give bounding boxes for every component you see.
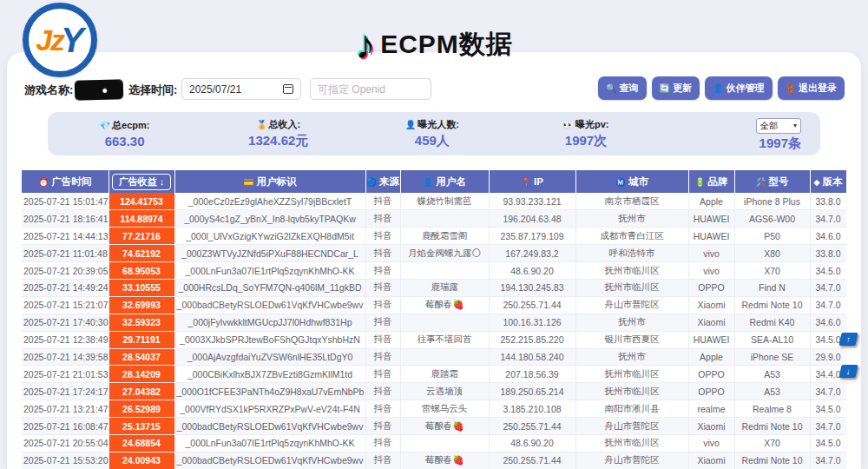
cell-revenue: 28.14209 (108, 366, 174, 383)
cell-version: 29.9.0 (810, 348, 846, 366)
stat-exposure-pv: 👀曝光pv: 1997次 (509, 118, 662, 149)
table-row: 2025-07-21 11:01:4874.62192_000Z3WTVyJZN… (22, 245, 846, 262)
stat-exposure-users-value: 459人 (355, 133, 509, 149)
stat-total-revenue-label: 总收入: (269, 119, 301, 129)
scroll-bottom-button[interactable]: ↓ (838, 365, 858, 378)
cell-version: 33.8.0 (810, 193, 846, 210)
cell-openid: _000badCBetyRSLOEDw61VqKfVHCwbe9wv (174, 452, 365, 469)
cell-ip: 207.18.56.39 (489, 366, 575, 383)
stat-total-revenue: 🏅总收入: 1324.62元 (201, 118, 355, 149)
cell-city: 舟山市普陀区 (575, 296, 688, 314)
battery-icon: 🔋 (695, 177, 706, 187)
table-row: 2025-07-21 12:38:4929.71191_0003XJkbSPRJ… (22, 331, 846, 348)
revenue-sort-button[interactable]: 广告收益 ↓ (112, 174, 172, 190)
cell-model: A53 (734, 366, 810, 383)
stat-exposure-users: 👤曝光人数: 459人 (355, 118, 509, 149)
cell-username (400, 348, 489, 366)
id-card-icon: 💳 (244, 177, 254, 187)
col-ip: 📍IP (489, 170, 575, 193)
cell-source: 抖音 (365, 418, 400, 435)
logout-button[interactable]: 🚪 退出登录 (778, 76, 845, 100)
cell-openid: _000CBiKxlhxBJX7ZBvEzti8GzmKllM1td (174, 366, 365, 383)
scroll-top-button[interactable]: ↑ (838, 333, 858, 346)
cell-ip: 250.255.71.44 (489, 296, 575, 314)
cell-version: 33.8.0 (810, 245, 846, 262)
cell-time: 2025-07-21 17:24:17 (22, 383, 108, 400)
table-row: 2025-07-21 14:44:1377.21716_000l_UlVxGzi… (22, 228, 846, 245)
refresh-icon: 🔄 (660, 84, 670, 93)
cell-time: 2025-07-21 21:01:53 (22, 366, 108, 383)
data-table-wrap: ⏰广告时间 广告收益 ↓ 💳用户标识 🔵来源 👤用户名 📍IP Ⓜ️城市 🔋品牌… (22, 170, 846, 469)
cell-model: X70 (734, 262, 810, 280)
cell-ip: 100.16.31.126 (489, 314, 575, 331)
table-row: 2025-07-21 14:39:5828.54037_000AjAvzgfda… (22, 348, 846, 366)
cell-model: Redmi K40 (734, 314, 810, 331)
tools-icon: 🛠️ (756, 177, 766, 187)
eyes-icon: 👀 (563, 120, 574, 129)
cell-ip: 48.6.90.20 (489, 434, 575, 452)
cell-revenue: 24.68854 (108, 434, 174, 452)
cell-ip: 189.250.65.214 (489, 383, 575, 400)
cell-source: 抖音 (365, 210, 400, 228)
cell-model: P50 (734, 228, 810, 245)
cell-ip: 3.185.210.108 (489, 400, 575, 418)
cell-ip: 196.204.63.48 (489, 210, 575, 228)
date-input[interactable]: 2025/07/21 (181, 78, 301, 100)
chevron-down-icon: ▾ (793, 122, 797, 129)
filter-select[interactable]: 全部 ▾ (756, 118, 801, 134)
cell-source: 抖音 (365, 296, 400, 314)
cell-city: 抚州市临川区 (575, 262, 688, 280)
cell-revenue: 28.54037 (108, 348, 174, 366)
partner-manage-button-label: 伙伴管理 (727, 82, 765, 95)
cell-source: 抖音 (365, 434, 400, 452)
tiktok-note-icon: ♪ (355, 24, 375, 64)
stat-total-revenue-value: 1324.62元 (201, 133, 355, 149)
cell-city: 抚州市临川区 (575, 279, 688, 296)
filter-select-value: 全部 (760, 120, 778, 132)
table-row: 2025-07-21 13:21:4726.52989_000VfRYdSX1k… (22, 400, 846, 418)
cell-username: 鹿酰霜雪阁 (400, 228, 489, 245)
cell-time: 2025-07-21 15:01:47 (22, 193, 108, 210)
cell-username: 往事不堪回首 (400, 331, 489, 348)
cell-source: 抖音 (365, 245, 400, 262)
cell-revenue: 68.95053 (108, 262, 174, 280)
cell-username: 蝶烧竹制需芭 (400, 193, 489, 210)
cell-ip: 194.130.245.83 (489, 279, 575, 296)
table-row: 2025-07-21 15:21:0732.69993_000badCBetyR… (22, 296, 846, 314)
sort-down-icon: ↓ (160, 176, 165, 187)
table-row: 2025-07-21 20:39:0568.95053_000LnFun3a07… (22, 262, 846, 280)
cell-brand: OPPO (688, 383, 734, 400)
filter-form: 游戏名称: 选择时间: 2025/07/21 🔍 查询 🔄 更新 👤 伙伴管理 … (0, 76, 868, 101)
cell-ip: 48.6.90.20 (489, 262, 575, 280)
cell-openid: _0003XJkbSPRJtewBoFShQGJtqxYshbHzN (174, 331, 365, 348)
diamond-icon: ◆ (813, 177, 819, 187)
date-value: 2025/07/21 (189, 83, 241, 96)
cell-ip: 250.255.71.44 (489, 418, 575, 435)
cell-revenue: 114.88974 (108, 210, 174, 228)
cell-ip: 252.215.85.220 (489, 331, 575, 348)
calendar-icon[interactable] (283, 84, 293, 94)
cell-city: 抚州市临川区 (575, 366, 688, 383)
col-brand: 🔋品牌 (688, 170, 734, 193)
cell-username: 月焰金阀螺九露🌕 (400, 245, 489, 262)
cell-brand: OPPO (688, 279, 734, 296)
partner-manage-button[interactable]: 👤 伙伴管理 (705, 76, 772, 100)
cell-version: 34.6.0 (810, 228, 846, 245)
cell-time: 2025-07-21 14:39:58 (22, 348, 108, 366)
cell-time: 2025-07-21 15:21:07 (22, 296, 108, 314)
cell-source: 抖音 (365, 314, 400, 331)
refresh-button[interactable]: 🔄 更新 (652, 76, 700, 100)
header-buttons: 🔍 查询 🔄 更新 👤 伙伴管理 🚪 退出登录 (598, 76, 845, 100)
col-ad-time: ⏰广告时间 (22, 170, 108, 193)
query-button[interactable]: 🔍 查询 (598, 76, 646, 100)
stat-filter: 全部 ▾ 1997条 (663, 116, 820, 152)
cell-brand: HUAWEI (688, 228, 734, 245)
cell-openid: _000Z3WTVyJZNfd5iPXuF88HECNDCar_L (174, 245, 365, 262)
stat-exposure-pv-value: 1997次 (509, 133, 662, 149)
cell-brand: vivo (688, 245, 734, 262)
openid-input[interactable] (310, 78, 431, 100)
cell-openid: _000O1fCFEE3PaNTh4oZ9H8xaU7vEmNbPb (174, 383, 365, 400)
col-username: 👤用户名 (400, 170, 489, 193)
table-row: 2025-07-21 18:16:41114.88974_000yS4c1gZ_… (22, 210, 846, 228)
stat-total-ecpm: 💎总ecpm: 663.30 (48, 119, 201, 149)
